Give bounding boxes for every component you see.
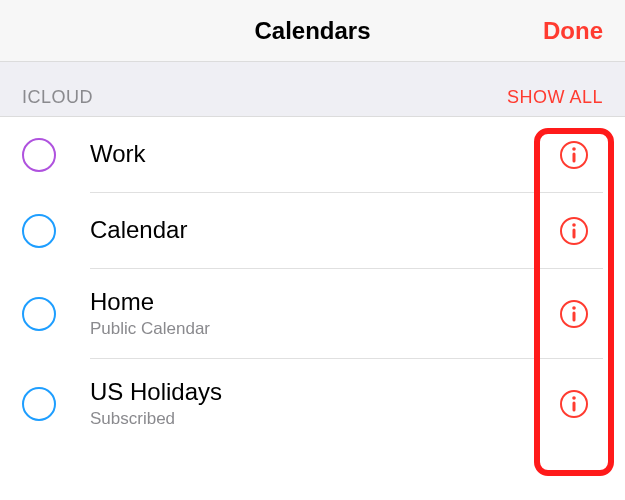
row-content: US Holidays Subscribed <box>90 359 603 449</box>
calendar-list: Work Calendar Home Public Calendar <box>0 117 625 449</box>
section-header: ICLOUD SHOW ALL <box>0 62 625 117</box>
row-text: Calendar <box>90 216 187 245</box>
info-icon[interactable] <box>559 389 589 419</box>
svg-point-1 <box>572 147 576 151</box>
show-all-button[interactable]: SHOW ALL <box>507 87 603 108</box>
header-bar: Calendars Done <box>0 0 625 62</box>
info-icon[interactable] <box>559 299 589 329</box>
svg-point-7 <box>572 306 576 310</box>
calendar-title: Home <box>90 288 210 317</box>
svg-point-4 <box>572 223 576 227</box>
row-text: Work <box>90 140 146 169</box>
svg-point-10 <box>572 396 576 400</box>
calendar-row[interactable]: Home Public Calendar <box>0 269 625 359</box>
svg-rect-2 <box>573 153 576 163</box>
header-title: Calendars <box>254 17 370 45</box>
selection-circle-icon[interactable] <box>22 387 56 421</box>
info-icon[interactable] <box>559 140 589 170</box>
row-text: Home Public Calendar <box>90 288 210 339</box>
calendar-row[interactable]: Work <box>0 117 625 193</box>
calendar-row[interactable]: Calendar <box>0 193 625 269</box>
row-content: Work <box>90 117 603 193</box>
svg-rect-8 <box>573 312 576 322</box>
calendar-title: Work <box>90 140 146 169</box>
svg-rect-5 <box>573 229 576 239</box>
done-button[interactable]: Done <box>543 17 603 45</box>
calendar-title: Calendar <box>90 216 187 245</box>
row-content: Home Public Calendar <box>90 269 603 359</box>
row-text: US Holidays Subscribed <box>90 378 222 429</box>
selection-circle-icon[interactable] <box>22 138 56 172</box>
calendar-subtitle: Subscribed <box>90 409 222 429</box>
calendar-title: US Holidays <box>90 378 222 407</box>
selection-circle-icon[interactable] <box>22 214 56 248</box>
section-label: ICLOUD <box>22 87 93 108</box>
info-icon[interactable] <box>559 216 589 246</box>
selection-circle-icon[interactable] <box>22 297 56 331</box>
row-content: Calendar <box>90 193 603 269</box>
calendar-row[interactable]: US Holidays Subscribed <box>0 359 625 449</box>
calendar-subtitle: Public Calendar <box>90 319 210 339</box>
svg-rect-11 <box>573 402 576 412</box>
